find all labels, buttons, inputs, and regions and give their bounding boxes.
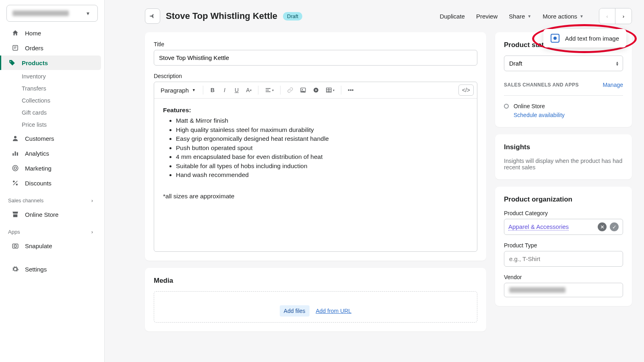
arrow-left-icon [149, 12, 156, 20]
camera-icon [11, 242, 19, 250]
page-title: Stove Top Whistling Kettle [166, 11, 277, 21]
nav-settings[interactable]: Settings [3, 262, 101, 276]
nav-snapulate[interactable]: Snapulate [3, 239, 101, 253]
insights-title: Insights [504, 143, 623, 151]
svg-point-7 [13, 181, 15, 183]
preview-action[interactable]: Preview [476, 13, 497, 20]
category-value: Apparel & Accessories [508, 223, 569, 230]
svg-rect-4 [17, 152, 18, 156]
store-name-blurred [12, 10, 69, 16]
rte-content-area[interactable]: Features: Matt & Mirror finish High qual… [154, 99, 477, 251]
table-button[interactable]: ▾ [323, 85, 337, 95]
organization-title: Product organization [504, 195, 623, 204]
add-from-url-link[interactable]: Add from URL [316, 308, 351, 314]
type-label: Product Type [504, 242, 623, 249]
category-input[interactable]: Apparel & Accessories ✕ ✓ [504, 219, 623, 235]
svg-point-5 [12, 165, 18, 171]
manage-link[interactable]: Manage [603, 82, 623, 88]
align-button[interactable]: ▾ [262, 85, 276, 95]
code-view-button[interactable]: </> [458, 84, 474, 96]
organization-card: Product organization Product Category Ap… [495, 187, 632, 306]
text-color-button[interactable]: A▾ [244, 85, 254, 95]
link-button[interactable] [285, 85, 296, 95]
category-confirm-icon[interactable]: ✓ [610, 222, 619, 231]
media-title: Media [154, 277, 477, 285]
caret-down-icon: ▼ [527, 14, 531, 19]
more-actions[interactable]: More actions ▼ [543, 13, 584, 20]
nav-marketing-label: Marketing [25, 165, 52, 172]
feature-item: Easy grip ergonomically designed heat re… [176, 134, 468, 143]
schedule-availability-link[interactable]: Schedule availability [514, 112, 623, 118]
store-selector[interactable]: ▾ [6, 5, 98, 22]
main-content: Stove Top Whistling Kettle Draft Duplica… [105, 0, 644, 362]
type-input[interactable] [504, 251, 623, 267]
svg-point-1 [14, 136, 17, 138]
video-button[interactable] [310, 85, 322, 95]
underline-button[interactable]: U [231, 85, 242, 95]
feature-item: Suitable for all types of hobs including… [176, 162, 468, 171]
nav-customers[interactable]: Customers [3, 131, 101, 146]
category-label: Product Category [504, 210, 623, 216]
nav-home[interactable]: Home [3, 26, 101, 40]
svg-rect-3 [15, 152, 16, 156]
gear-icon [11, 265, 19, 273]
vendor-input[interactable] [504, 283, 623, 297]
add-text-from-image-button[interactable]: Add text from image [543, 29, 626, 47]
nav-sub-inventory[interactable]: Inventory [0, 70, 104, 82]
svg-rect-2 [12, 153, 14, 156]
image-button[interactable] [297, 85, 309, 95]
chevron-left-icon: ‹ [606, 13, 608, 19]
chevron-right-icon[interactable]: › [88, 228, 96, 236]
camera-icon [551, 34, 559, 43]
caret-down-icon: ▼ [192, 88, 196, 92]
status-select[interactable]: Draft [504, 56, 623, 71]
rich-text-editor: Paragraph ▼ B I U A▾ ▾ [154, 82, 477, 252]
nav-sub-collections[interactable]: Collections [0, 95, 104, 107]
nav-orders-label: Orders [25, 45, 43, 51]
category-clear-icon[interactable]: ✕ [598, 222, 607, 231]
nav-marketing[interactable]: Marketing [3, 161, 101, 175]
title-label: Title [154, 41, 477, 47]
media-dropzone[interactable]: Add files Add from URL [154, 291, 477, 323]
nav-online-store[interactable]: Online Store [3, 207, 101, 222]
vendor-label: Vendor [504, 274, 623, 280]
header-actions: Duplicate Preview Share ▼ More actions ▼… [440, 8, 632, 24]
insights-text: Insights will display when the product h… [504, 158, 623, 171]
svg-point-12 [302, 89, 303, 90]
block-style-select[interactable]: Paragraph ▼ [157, 85, 199, 95]
italic-button[interactable]: I [219, 85, 230, 95]
pager-prev[interactable]: ‹ [599, 8, 615, 24]
nav-sub-pricelists[interactable]: Price lists [0, 119, 104, 131]
more-format-button[interactable]: ••• [345, 85, 356, 95]
share-action[interactable]: Share ▼ [509, 13, 531, 20]
nav-sub-transfers[interactable]: Transfers [0, 82, 104, 95]
duplicate-action[interactable]: Duplicate [440, 13, 465, 20]
nav-orders[interactable]: Orders [3, 41, 101, 55]
media-card: Media Add files Add from URL [145, 268, 486, 331]
status-badge: Draft [283, 12, 302, 21]
bars-icon [11, 149, 19, 157]
pager-next[interactable]: › [615, 8, 632, 24]
sales-channels-subhead: SALES CHANNELS AND APPS [504, 82, 579, 88]
nav-analytics-label: Analytics [25, 150, 49, 157]
nav-products[interactable]: Products [0, 56, 101, 70]
feature-item: 4 mm encapsulated base for even distribu… [176, 152, 468, 161]
title-description-card: Title Description Paragraph ▼ B I [145, 32, 486, 261]
nav-analytics[interactable]: Analytics [3, 146, 101, 160]
nav-sub-giftcards[interactable]: Gift cards [0, 107, 104, 119]
rte-toolbar: Paragraph ▼ B I U A▾ ▾ [154, 82, 477, 99]
channel-online-store: Online Store [504, 103, 623, 109]
bold-button[interactable]: B [207, 85, 218, 95]
insights-card: Insights Insights will display when the … [495, 134, 632, 179]
feature-item: Push button operated spout [176, 144, 468, 152]
chevron-right-icon[interactable]: › [88, 196, 96, 204]
title-input[interactable] [154, 50, 477, 66]
svg-point-10 [14, 245, 17, 247]
nav-discounts[interactable]: Discounts [3, 176, 101, 190]
footnote: *all sizes are approximate [163, 192, 468, 201]
add-files-button[interactable]: Add files [280, 305, 310, 317]
nav-settings-label: Settings [25, 266, 47, 273]
tag-icon [8, 59, 16, 67]
back-button[interactable] [145, 8, 160, 24]
feature-item: High quality stainless steel for maximum… [176, 125, 468, 134]
